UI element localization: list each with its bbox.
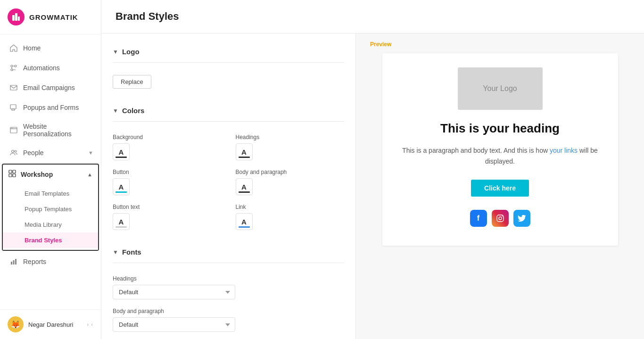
people-chevron-icon: ▼: [88, 150, 93, 156]
logo-divider: [113, 62, 344, 63]
app-logo[interactable]: GROWMATIK: [0, 0, 101, 34]
facebook-icon: f: [470, 210, 487, 227]
twitter-icon: [513, 210, 530, 227]
fonts-section: ▼ Fonts Headings Default Arial Helvetica…: [113, 243, 344, 339]
color-item-button: Button A: [113, 169, 222, 195]
website-personalizations-label: Website Personalizations: [23, 123, 93, 138]
svg-point-22: [499, 217, 502, 220]
svg-point-12: [12, 150, 14, 153]
workshop-label: Workshop: [21, 171, 53, 178]
svg-point-5: [11, 69, 13, 71]
sidebar-item-people[interactable]: People ▼: [0, 143, 101, 163]
logo-section-header[interactable]: ▼ Logo: [113, 43, 344, 60]
svg-rect-16: [9, 174, 12, 177]
preview-card: Your Logo This is your heading This is a…: [382, 53, 618, 246]
people-label: People: [23, 149, 44, 157]
headings-color-swatch[interactable]: A: [236, 143, 253, 160]
main-content: Brand Styles ▼ Logo Replace ▼ Colors: [101, 0, 644, 339]
body-paragraph-font-label: Body and paragraph: [113, 308, 344, 314]
logo-section: ▼ Logo Replace: [113, 43, 344, 98]
preview-panel: Preview Your Logo This is your heading T…: [356, 33, 644, 339]
content-area: ▼ Logo Replace ▼ Colors Backgrou: [101, 33, 644, 339]
user-name: Negar Dareshuri: [28, 321, 83, 328]
svg-rect-14: [9, 170, 12, 173]
headings-font-select[interactable]: Default Arial Helvetica Georgia Roboto: [113, 285, 235, 299]
body-paragraph-font-select[interactable]: Default Arial Helvetica Georgia Roboto: [113, 317, 235, 332]
svg-rect-18: [11, 262, 12, 265]
sidebar-item-workshop[interactable]: Workshop ▲: [3, 165, 98, 184]
replace-logo-button[interactable]: Replace: [113, 75, 151, 89]
button-text-color-label: Button text: [113, 204, 222, 210]
color-item-headings: Headings A: [236, 134, 345, 160]
svg-rect-17: [13, 174, 16, 177]
sidebar-item-email-templates[interactable]: Email Templates: [3, 186, 98, 201]
workshop-submenu: Email Templates Popup Templates Media Li…: [3, 184, 98, 250]
preview-social-icons: f: [392, 210, 609, 227]
svg-rect-20: [15, 259, 17, 265]
fonts-section-header[interactable]: ▼ Fonts: [113, 243, 344, 261]
logo-icon: [8, 8, 25, 25]
preview-label: Preview: [370, 41, 630, 48]
workshop-icon: [8, 170, 16, 179]
home-label: Home: [23, 44, 41, 52]
sidebar-item-brand-styles[interactable]: Brand Styles: [3, 232, 98, 248]
colors-grid: Background A Headings A: [113, 129, 344, 240]
colors-chevron-icon: ▼: [113, 107, 118, 114]
user-profile[interactable]: 🦊 Negar Dareshuri › ‹: [0, 309, 101, 339]
sidebar-item-home[interactable]: Home: [0, 38, 101, 58]
font-item-body-paragraph: Body and paragraph Default Arial Helveti…: [113, 308, 344, 332]
fonts-chevron-icon: ▼: [113, 249, 118, 256]
workshop-container: Workshop ▲ Email Templates Popup Templat…: [2, 164, 99, 251]
sidebar: GROWMATIK Home Automations: [0, 0, 101, 339]
svg-rect-6: [10, 85, 17, 90]
home-icon: [9, 43, 18, 53]
app-name: GROWMATIK: [29, 13, 78, 21]
colors-section: ▼ Colors Background A Heading: [113, 102, 344, 240]
sidebar-item-website-personalizations[interactable]: Website Personalizations: [0, 117, 101, 143]
logo-section-label: Logo: [122, 48, 140, 56]
avatar: 🦊: [8, 316, 24, 332]
popups-forms-label: Popups and Forms: [23, 104, 79, 111]
svg-rect-1: [15, 13, 17, 21]
logo-section-content: Replace: [113, 70, 344, 98]
link-color-label: Link: [236, 204, 345, 210]
user-nav-arrows: › ‹: [87, 322, 93, 327]
colors-section-header[interactable]: ▼ Colors: [113, 102, 344, 119]
headings-color-label: Headings: [236, 134, 345, 141]
sidebar-item-reports[interactable]: Reports: [0, 252, 101, 272]
background-color-swatch[interactable]: A: [113, 143, 130, 160]
website-icon: [9, 125, 18, 135]
fonts-divider: [113, 263, 344, 263]
sidebar-item-popups-forms[interactable]: Popups and Forms: [0, 98, 101, 117]
preview-heading: This is your heading: [392, 121, 609, 136]
svg-point-13: [15, 150, 17, 152]
color-item-background: Background A: [113, 134, 222, 160]
email-icon: [9, 83, 18, 92]
sidebar-item-popup-templates[interactable]: Popup Templates: [3, 201, 98, 217]
button-color-swatch[interactable]: A: [113, 178, 130, 195]
sidebar-item-email-campaigns[interactable]: Email Campaigns: [0, 78, 101, 98]
svg-point-11: [12, 128, 13, 128]
body-paragraph-color-swatch[interactable]: A: [236, 178, 253, 195]
svg-point-23: [502, 215, 503, 216]
colors-section-label: Colors: [122, 107, 145, 115]
workshop-chevron-icon: ▲: [87, 172, 92, 177]
body-paragraph-color-label: Body and paragraph: [236, 169, 345, 175]
page-title: Brand Styles: [116, 10, 630, 23]
page-header: Brand Styles: [101, 0, 644, 33]
color-item-button-text: Button text A: [113, 204, 222, 230]
color-item-link: Link A: [236, 204, 345, 230]
button-color-label: Button: [113, 169, 222, 175]
fonts-content: Headings Default Arial Helvetica Georgia…: [113, 271, 344, 339]
email-campaigns-label: Email Campaigns: [23, 84, 75, 91]
automations-label: Automations: [23, 64, 60, 72]
preview-button[interactable]: Click here: [471, 180, 529, 197]
link-color-swatch[interactable]: A: [236, 213, 253, 230]
automations-icon: [9, 63, 18, 73]
sidebar-item-automations[interactable]: Automations: [0, 58, 101, 78]
sidebar-item-media-library[interactable]: Media Library: [3, 217, 98, 232]
button-text-color-swatch[interactable]: A: [113, 213, 130, 230]
preview-logo-placeholder: Your Logo: [458, 67, 543, 110]
fonts-section-label: Fonts: [122, 248, 141, 256]
instagram-icon: [492, 210, 509, 227]
